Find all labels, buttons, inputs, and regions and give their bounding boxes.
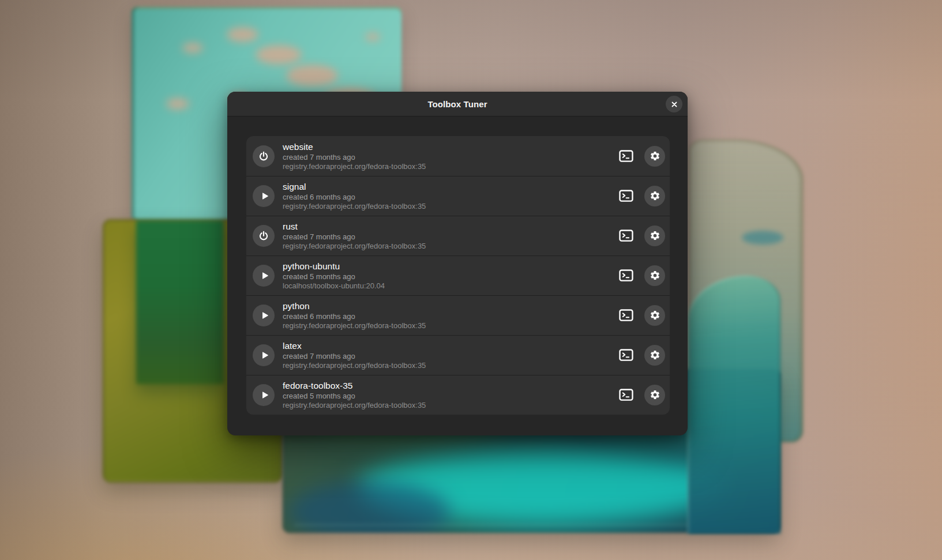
toolbox-image: registry.fedoraproject.org/fedora-toolbo… xyxy=(283,162,616,171)
settings-button[interactable] xyxy=(644,265,665,286)
toolbox-image: registry.fedoraproject.org/fedora-toolbo… xyxy=(283,242,616,251)
play-icon xyxy=(260,350,270,360)
toolbox-name: python-ubuntu xyxy=(283,261,616,272)
toggle-button[interactable] xyxy=(253,225,275,247)
toolbox-meta: website created 7 months ago registry.fe… xyxy=(283,141,616,171)
settings-button[interactable] xyxy=(644,385,665,405)
gear-icon xyxy=(650,190,660,201)
toggle-button[interactable] xyxy=(253,384,275,406)
terminal-button[interactable] xyxy=(616,146,636,166)
toggle-button[interactable] xyxy=(253,265,275,287)
teal-smudge xyxy=(742,231,783,245)
toolbox-name: rust xyxy=(283,221,616,232)
gear-icon xyxy=(650,389,660,400)
toolbox-created: created 7 months ago xyxy=(283,153,616,162)
settings-button[interactable] xyxy=(644,146,665,167)
play-icon xyxy=(260,191,270,201)
toolbox-row: signal created 6 months ago registry.fed… xyxy=(246,176,670,216)
headerbar: Toolbox Tuner xyxy=(227,92,688,116)
cloud-blob xyxy=(182,43,203,53)
toolbox-image: registry.fedoraproject.org/fedora-toolbo… xyxy=(283,202,616,211)
toolbox-list: website created 7 months ago registry.fe… xyxy=(246,136,670,415)
settings-button[interactable] xyxy=(644,305,665,326)
toolbox-created: created 5 months ago xyxy=(283,392,616,401)
terminal-button[interactable] xyxy=(616,186,636,206)
terminal-icon xyxy=(619,190,633,202)
gear-icon xyxy=(650,230,660,241)
toggle-button[interactable] xyxy=(253,185,275,207)
cloud-blob xyxy=(365,33,380,41)
toolbox-created: created 7 months ago xyxy=(283,232,616,242)
toolbox-name: fedora-toolbox-35 xyxy=(283,380,616,392)
toolbox-created: created 6 months ago xyxy=(283,312,616,321)
toolbox-image: localhost/toolbox-ubuntu:20.04 xyxy=(283,281,616,291)
gear-icon xyxy=(650,310,660,321)
toolbox-row: fedora-toolbox-35 created 5 months ago r… xyxy=(246,375,670,415)
toolbox-row: website created 7 months ago registry.fe… xyxy=(246,136,670,176)
terminal-icon xyxy=(619,349,633,361)
cloud-blob xyxy=(227,27,258,42)
cloud-blob xyxy=(166,98,189,110)
toolbox-row: python created 6 months ago registry.fed… xyxy=(246,295,670,335)
toolbox-row: latex created 7 months ago registry.fedo… xyxy=(246,335,670,375)
play-icon xyxy=(260,270,270,281)
play-icon xyxy=(260,310,270,321)
settings-button[interactable] xyxy=(644,225,665,246)
toolbox-created: created 6 months ago xyxy=(283,193,616,202)
terminal-icon xyxy=(619,230,633,242)
toolbox-image: registry.fedoraproject.org/fedora-toolbo… xyxy=(283,321,616,330)
gear-icon xyxy=(650,151,660,161)
settings-button[interactable] xyxy=(644,186,665,206)
background-window-olive-screen xyxy=(136,220,224,384)
toolbox-meta: latex created 7 months ago registry.fedo… xyxy=(283,340,616,370)
toolbox-row: rust created 7 months ago registry.fedor… xyxy=(246,216,670,255)
toggle-button[interactable] xyxy=(253,344,275,366)
close-button[interactable] xyxy=(666,96,682,112)
close-icon xyxy=(671,101,678,108)
settings-button[interactable] xyxy=(644,345,665,366)
power-icon xyxy=(258,151,269,162)
terminal-button[interactable] xyxy=(616,385,636,405)
power-icon xyxy=(258,230,269,242)
toolbox-meta: signal created 6 months ago registry.fed… xyxy=(283,181,616,211)
toolbox-name: python xyxy=(283,300,616,312)
desktop-background: Toolbox Tuner xyxy=(0,0,942,560)
gear-icon xyxy=(650,270,660,281)
terminal-button[interactable] xyxy=(616,226,636,246)
cloud-blob xyxy=(256,45,302,65)
toolbox-meta: python created 6 months ago registry.fed… xyxy=(283,300,616,330)
cloud-blob xyxy=(286,65,338,87)
toolbox-tuner-window: Toolbox Tuner xyxy=(227,92,688,435)
terminal-icon xyxy=(619,269,633,281)
gear-icon xyxy=(650,349,660,360)
toolbox-created: created 7 months ago xyxy=(283,352,616,361)
toolbox-image: registry.fedoraproject.org/fedora-toolbo… xyxy=(283,401,616,410)
terminal-icon xyxy=(619,150,633,162)
toolbox-image: registry.fedoraproject.org/fedora-toolbo… xyxy=(283,361,616,370)
terminal-button[interactable] xyxy=(616,306,636,325)
terminal-button[interactable] xyxy=(616,266,636,285)
window-title: Toolbox Tuner xyxy=(427,99,487,109)
toolbox-meta: fedora-toolbox-35 created 5 months ago r… xyxy=(283,380,616,410)
toolbox-name: latex xyxy=(283,340,616,352)
toolbox-meta: python-ubuntu created 5 months ago local… xyxy=(283,261,616,291)
background-window-teal-dome xyxy=(688,276,780,533)
toolbox-created: created 5 months ago xyxy=(283,272,616,281)
toolbox-name: signal xyxy=(283,181,616,193)
terminal-icon xyxy=(619,389,633,401)
play-icon xyxy=(260,390,270,400)
terminal-button[interactable] xyxy=(616,345,636,365)
toolbox-meta: rust created 7 months ago registry.fedor… xyxy=(283,221,616,251)
toolbox-name: website xyxy=(283,141,616,153)
toggle-button[interactable] xyxy=(253,305,275,326)
toolbox-row: python-ubuntu created 5 months ago local… xyxy=(246,255,670,295)
terminal-icon xyxy=(619,309,633,321)
toggle-button[interactable] xyxy=(253,145,275,167)
